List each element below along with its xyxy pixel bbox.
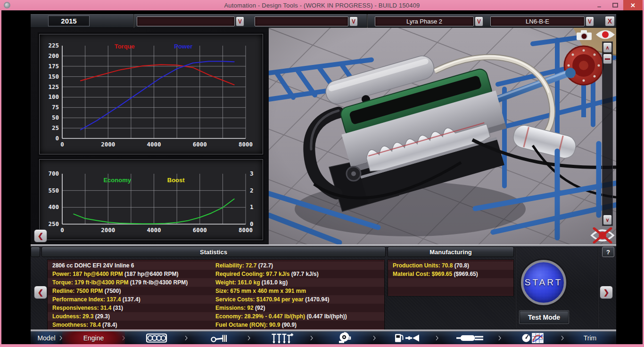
tab-model-label: Model [37,334,55,342]
stat-label: Size: 675 mm x 460 mm x 391 mm [215,288,306,294]
stat-cell: Material Cost: $969.65 ($969.65) [388,271,513,277]
tab-engine-block[interactable] [125,331,188,344]
svg-text:250: 250 [48,220,59,227]
minimize-button[interactable]: – [593,0,605,10]
svg-text:0: 0 [60,141,64,148]
close-design-button[interactable]: X [605,16,615,26]
svg-text:8000: 8000 [239,141,253,148]
stat-label: Responsiveness: 31.4 [52,305,111,311]
tab-testing[interactable] [501,331,564,344]
stat-row: Redline: 7500 RPM (7500)Size: 675 mm x 4… [48,287,384,295]
stat-row: 2806 cc DOHC EFI 24V Inline 6Reliability… [48,261,384,270]
stat-row: Performance Index: 137.4 (137.4)Service … [48,295,384,304]
fuel-system-icon [394,333,421,343]
application-window: Automation - Design Tools - (WORK IN PRO… [0,0,644,347]
toolbar-divider [367,14,368,28]
scrollbar-handle[interactable] [603,54,612,64]
stat-label: Redline: 7500 RPM [52,288,103,294]
svg-text:6000: 6000 [193,226,207,234]
test-mode-button[interactable]: Test Mode [520,311,569,323]
turbo-icon [338,332,351,344]
svg-text:Torque: Torque [115,43,135,50]
stat-row: Power: 187 hp@6400 RPM (187 hp@6400 RPM)… [48,270,384,278]
hide-stand-button[interactable] [590,227,615,245]
piston-icon [210,333,229,343]
panel-seam [598,248,599,328]
help-button[interactable]: ? [602,247,614,257]
stat-cell: Production Units: 70.8 (70.8) [388,262,513,269]
stat-cell: Service Costs: $1470.94 per year (1470.9… [213,296,384,303]
svg-text:550: 550 [48,187,59,194]
svg-text:2000: 2000 [101,226,115,234]
stat-cell: 2806 cc DOHC EFI 24V Inline 6 [48,262,213,269]
close-window-button[interactable]: ✕ [623,0,643,10]
stats-back-button[interactable]: ❮ [34,286,47,299]
stat-value: (0.447 lb/(hph)) [305,313,347,320]
model-dropdown-arrow-button[interactable]: V [236,16,244,26]
svg-text:4000: 4000 [147,141,161,148]
stat-value: (31) [111,305,123,311]
svg-text:0: 0 [55,135,59,142]
stat-value: (70.8) [453,262,469,269]
svg-text:200: 200 [48,52,59,59]
engine-variant-dropdown[interactable]: LN6-B-E [490,16,585,26]
tab-fuel-system[interactable] [376,331,438,344]
svg-text:700: 700 [48,170,59,177]
engine-family-dropdown-arrow-button[interactable]: V [475,16,483,26]
stat-cell: Size: 675 mm x 460 mm x 391 mm [213,288,384,294]
stat-label: Smoothness: 78.4 [52,322,101,328]
scroll-down-button[interactable]: ∨ [603,215,612,225]
start-engine-button[interactable]: START [521,260,566,305]
stat-cell: Power: 187 hp@6400 RPM (187 hp@6400 RPM) [48,271,213,277]
engine-family-dropdown[interactable]: Lyra Phase 2 [375,16,474,26]
svg-text:0: 0 [60,226,64,234]
stat-cell: Smoothness: 78.4 (78.4) [48,322,213,328]
manufacturing-row [388,278,513,287]
economy-boost-chart-svg: 250400550700012302000400060008000Economy… [40,160,264,241]
toolbar-divider [133,14,134,28]
bottom-navbar: ModelEngine [31,331,616,344]
model-dropdown[interactable] [137,16,235,26]
engine-3d-render [269,28,616,245]
stat-cell: Reliability: 72.7 (72.7) [213,262,384,269]
title-bar[interactable]: Automation - Design Tools - (WORK IN PRO… [0,0,644,10]
stat-label: Required Cooling: 97.7 kJ/s [215,271,289,277]
stat-label: Economy: 28.29% - 0.447 lb/(hph) [215,313,305,320]
engine-3d-viewport[interactable]: ∧ ∨ [269,28,616,245]
maximize-button[interactable] [609,0,621,10]
tab-bottom-end[interactable] [188,331,250,344]
stats-forward-button[interactable]: ❯ [600,286,613,299]
model-year-tab[interactable]: 2015 [48,16,90,26]
stat-value: (92) [254,305,265,311]
stat-label: Torque: 179 ft-lb@4300 RPM [52,279,129,286]
viewport-zoom-scrollbar[interactable]: ∧ ∨ [602,41,613,226]
stat-cell: Emissions: 92 (92) [213,305,384,311]
stat-value: (179 ft-lb@4300 RPM) [129,279,188,286]
panel-seam [515,248,516,328]
stat-label: Performance Index: 137.4 [52,296,121,303]
stat-cell: Weight: 161.0 kg (161.0 kg) [213,279,384,286]
handle-grip-icon [605,58,610,60]
manufacturing-row: Material Cost: $969.65 ($969.65) [388,270,513,278]
tab-model[interactable]: Model [31,331,62,344]
stat-label: Production Units: 70.8 [393,262,453,269]
tab-engine[interactable]: Engine [62,331,125,344]
tab-exhaust[interactable] [438,331,501,344]
tab-aspiration[interactable] [313,331,376,344]
engine-variant-dropdown-arrow-button[interactable]: V [586,16,594,26]
tab-top-end[interactable] [250,331,313,344]
svg-text:2000: 2000 [101,141,115,148]
stat-label: Weight: 161.0 kg [215,279,260,286]
charts-back-button[interactable]: ❮ [34,229,47,242]
manufacturing-row [388,287,513,295]
svg-text:100: 100 [48,93,59,100]
stat-value: (72.7) [256,262,273,269]
visibility-button[interactable] [595,28,616,43]
stat-value: (137.4) [121,296,140,303]
stat-cell: Responsiveness: 31.4 (31) [48,305,213,311]
scroll-up-button[interactable]: ∧ [603,42,612,53]
screenshot-button[interactable] [575,29,593,43]
trim-dropdown[interactable] [255,16,348,26]
tab-trim[interactable]: Trim [564,331,616,344]
trim-dropdown-arrow-button[interactable]: V [349,16,358,26]
